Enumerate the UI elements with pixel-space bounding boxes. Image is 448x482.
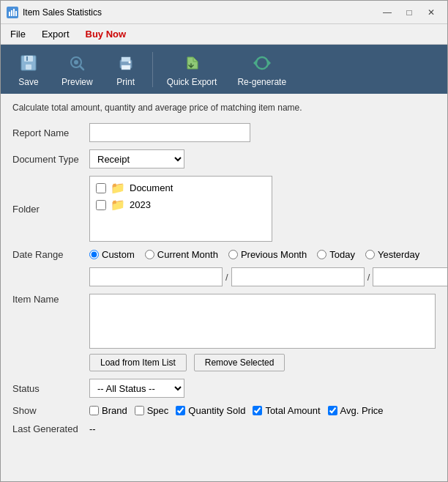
- document-type-label: Document Type: [12, 154, 89, 165]
- svg-rect-2: [13, 9, 15, 16]
- svg-rect-6: [26, 64, 31, 70]
- form-description: Calculate total amount, quantity and ave…: [12, 103, 436, 113]
- report-name-label: Report Name: [12, 127, 89, 138]
- radio-current-month-label: Current Month: [157, 249, 218, 260]
- folder-document-label: Document: [130, 182, 173, 193]
- toolbar-divider: [152, 52, 153, 87]
- show-quantity-sold-checkbox[interactable]: [176, 406, 185, 415]
- menu-bar: File Export Buy Now: [1, 24, 447, 45]
- radio-today[interactable]: Today: [317, 249, 355, 260]
- folder-item-document: 📁 Document: [96, 179, 266, 196]
- date-range-label: Date Range: [12, 249, 89, 260]
- date-from-month[interactable]: [231, 267, 365, 286]
- save-button[interactable]: Save: [7, 48, 51, 91]
- status-control: -- All Status -- Active Inactive: [89, 379, 436, 398]
- show-total-amount-label: Total Amount: [265, 405, 320, 416]
- last-generated-text: --: [89, 423, 96, 434]
- svg-rect-7: [26, 56, 28, 61]
- show-avg-price[interactable]: Avg. Price: [328, 405, 384, 416]
- report-name-control: [89, 123, 436, 142]
- svg-rect-0: [9, 12, 10, 16]
- document-type-select[interactable]: Receipt Invoice Quote: [89, 149, 184, 168]
- menu-buy-now[interactable]: Buy Now: [79, 26, 133, 42]
- show-spec[interactable]: Spec: [135, 405, 169, 416]
- show-row: Show Brand Spec Quantity Sold: [12, 405, 436, 416]
- radio-custom-input[interactable]: [89, 250, 99, 259]
- re-generate-button[interactable]: Re-generate: [228, 48, 296, 91]
- date-range-row: Date Range Custom Current Month Previous…: [12, 249, 436, 260]
- show-checkboxes: Brand Spec Quantity Sold Total Amount: [89, 405, 436, 416]
- item-name-textarea[interactable]: [89, 294, 436, 349]
- folder-2023-checkbox[interactable]: [96, 200, 106, 210]
- date-from-day[interactable]: [89, 267, 223, 286]
- radio-custom-label: Custom: [102, 249, 135, 260]
- svg-rect-1: [11, 10, 12, 16]
- report-name-row: Report Name: [12, 123, 436, 142]
- status-row: Status -- All Status -- Active Inactive: [12, 379, 436, 398]
- status-select[interactable]: -- All Status -- Active Inactive: [89, 379, 184, 398]
- folder-2023-label: 2023: [130, 199, 151, 210]
- radio-yesterday-input[interactable]: [365, 250, 375, 259]
- radio-custom[interactable]: Custom: [89, 249, 135, 260]
- main-window: Item Sales Statistics — □ ✕ File Export …: [0, 0, 448, 482]
- toolbar: Save Preview Print: [1, 45, 447, 94]
- show-total-amount-checkbox[interactable]: [253, 406, 262, 415]
- radio-today-input[interactable]: [317, 250, 326, 259]
- date-sep-2: /: [367, 272, 370, 283]
- item-name-row: Item Name: [12, 294, 436, 351]
- folder-document-icon: 📁: [111, 181, 125, 195]
- document-type-row: Document Type Receipt Invoice Quote: [12, 149, 436, 168]
- window-controls: — □ ✕: [377, 5, 441, 20]
- menu-export[interactable]: Export: [35, 26, 76, 42]
- radio-current-month-input[interactable]: [145, 250, 154, 259]
- save-icon: [17, 51, 40, 75]
- folder-document-checkbox[interactable]: [96, 183, 106, 193]
- radio-previous-month-label: Previous Month: [241, 249, 307, 260]
- item-name-control: [89, 294, 436, 351]
- quick-export-icon: [180, 51, 204, 75]
- radio-previous-month-input[interactable]: [228, 250, 238, 259]
- window-title: Item Sales Statistics: [23, 7, 377, 18]
- svg-marker-16: [253, 60, 256, 66]
- show-quantity-sold-label: Quantity Sold: [188, 405, 245, 416]
- date-range-control: Custom Current Month Previous Month Toda…: [89, 249, 436, 260]
- minimize-button[interactable]: —: [377, 5, 397, 20]
- menu-file[interactable]: File: [4, 26, 32, 42]
- date-inputs-row: / / 📅 to / / 📅: [89, 267, 436, 286]
- show-avg-price-label: Avg. Price: [340, 405, 384, 416]
- load-from-item-list-button[interactable]: Load from Item List: [89, 354, 187, 371]
- radio-current-month[interactable]: Current Month: [145, 249, 218, 260]
- quick-export-button[interactable]: Quick Export: [157, 48, 227, 91]
- folder-2023-icon: 📁: [111, 198, 125, 212]
- last-generated-row: Last Generated --: [12, 423, 436, 434]
- print-label: Print: [116, 77, 135, 87]
- svg-point-9: [74, 60, 78, 64]
- show-total-amount[interactable]: Total Amount: [253, 405, 320, 416]
- save-label: Save: [18, 77, 38, 87]
- folder-label: Folder: [12, 204, 89, 215]
- date-from-year[interactable]: [373, 267, 447, 286]
- last-generated-value: --: [89, 423, 436, 434]
- svg-line-10: [80, 66, 83, 70]
- date-sep-1: /: [225, 272, 228, 283]
- radio-yesterday[interactable]: Yesterday: [365, 249, 419, 260]
- show-label: Show: [12, 405, 89, 416]
- maximize-button[interactable]: □: [399, 5, 419, 20]
- show-quantity-sold[interactable]: Quantity Sold: [176, 405, 245, 416]
- form-content: Calculate total amount, quantity and ave…: [1, 94, 447, 481]
- svg-rect-3: [15, 11, 17, 16]
- print-button[interactable]: Print: [104, 48, 148, 91]
- show-brand-checkbox[interactable]: [89, 406, 99, 415]
- close-button[interactable]: ✕: [421, 5, 441, 20]
- report-name-input[interactable]: [89, 123, 250, 142]
- radio-previous-month[interactable]: Previous Month: [228, 249, 307, 260]
- show-brand[interactable]: Brand: [89, 405, 127, 416]
- show-spec-checkbox[interactable]: [135, 406, 144, 415]
- preview-button[interactable]: Preview: [52, 48, 102, 91]
- svg-point-14: [128, 62, 130, 64]
- folder-control: 📁 Document 📁 2023: [89, 176, 436, 242]
- show-avg-price-checkbox[interactable]: [328, 406, 337, 415]
- remove-selected-button[interactable]: Remove Selected: [194, 354, 285, 371]
- preview-icon: [65, 51, 89, 75]
- radio-yesterday-label: Yesterday: [378, 249, 419, 260]
